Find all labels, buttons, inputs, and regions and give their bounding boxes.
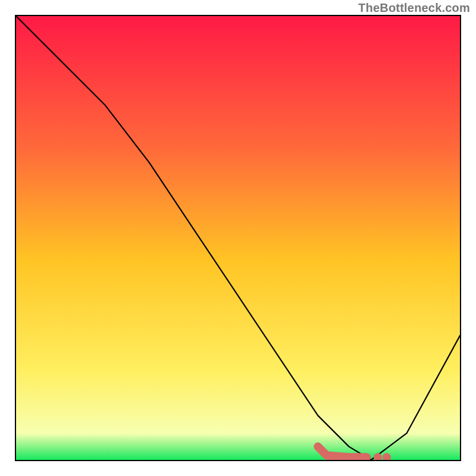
attribution-text: TheBottleneck.com	[358, 1, 470, 15]
plot-frame	[15, 15, 461, 461]
chart-container: { "attribution": "TheBottleneck.com", "c…	[0, 0, 476, 476]
plot-svg	[16, 16, 460, 460]
